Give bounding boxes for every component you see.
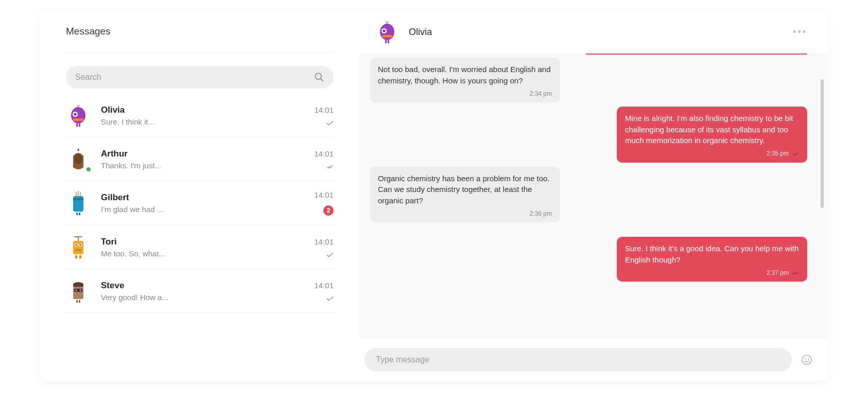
contact-item-arthur[interactable]: Arthur Thanks. I'm just... 14:01 <box>66 137 334 181</box>
contact-preview: Very good! How a... <box>101 293 314 302</box>
message-text: Organic chemistry has been a problem for… <box>378 173 552 206</box>
double-check-icon <box>326 164 334 169</box>
chat-header-name: Olivia <box>409 27 793 38</box>
message-time: 2:34 pm <box>378 90 552 98</box>
message-in: Organic chemistry has been a problem for… <box>370 167 560 223</box>
contact-item-steve[interactable]: Steve Very good! How a... 14:01 <box>66 269 334 313</box>
svg-rect-14 <box>76 213 78 215</box>
svg-rect-35 <box>382 35 392 38</box>
contact-preview: Thanks. I'm just... <box>101 161 314 170</box>
svg-rect-24 <box>75 255 77 258</box>
sidebar: Messages Olivia Sure. I think it... 14:0… <box>40 10 359 381</box>
contact-meta: 14:01 2 <box>314 190 334 216</box>
svg-rect-37 <box>388 40 389 43</box>
avatar <box>66 278 91 303</box>
message-time: 2:36 pm <box>378 210 552 218</box>
sidebar-title: Messages <box>66 26 334 53</box>
contact-item-tori[interactable]: Tori Me too. So, what... 14:01 <box>66 225 334 269</box>
svg-rect-27 <box>74 289 82 292</box>
svg-rect-25 <box>79 255 81 258</box>
svg-rect-6 <box>76 124 78 127</box>
svg-point-34 <box>383 30 386 32</box>
contact-name: Gilbert <box>101 193 314 203</box>
message-input[interactable] <box>364 348 792 372</box>
avatar <box>66 103 91 128</box>
more-icon[interactable]: ••• <box>793 27 812 38</box>
message-out: Mine is alright. I'm also finding chemis… <box>617 107 807 163</box>
messages-area[interactable]: Not too bad, overall. I'm worried about … <box>359 54 828 339</box>
contact-item-gilbert[interactable]: Gilbert I'm glad we had ... 14:01 2 <box>66 181 334 225</box>
contact-preview: Sure. I think it... <box>101 117 314 126</box>
svg-line-1 <box>321 79 323 81</box>
svg-rect-7 <box>79 124 80 127</box>
message-time: 2:37 pm <box>625 269 799 277</box>
contact-info: Arthur Thanks. I'm just... <box>101 149 314 170</box>
chat-header: Olivia ••• <box>359 10 828 54</box>
avatar <box>66 235 91 259</box>
svg-point-28 <box>76 290 77 291</box>
svg-point-8 <box>74 154 82 164</box>
contact-time: 14:01 <box>314 237 334 246</box>
avatar <box>66 191 91 216</box>
svg-point-39 <box>804 358 806 360</box>
svg-rect-13 <box>73 198 83 200</box>
avatar <box>66 147 91 171</box>
contact-name: Steve <box>101 281 314 291</box>
contact-meta: 14:01 <box>314 106 334 126</box>
svg-point-38 <box>802 355 811 364</box>
search-input[interactable] <box>75 73 314 82</box>
svg-point-40 <box>808 358 809 360</box>
double-check-icon <box>792 270 799 275</box>
contact-time: 14:01 <box>314 149 334 158</box>
message-input-row <box>359 339 828 381</box>
message-text: Not too bad, overall. I'm worried about … <box>378 64 552 86</box>
svg-point-4 <box>74 113 77 116</box>
contact-info: Gilbert I'm glad we had ... <box>101 193 314 214</box>
contact-time: 14:01 <box>314 190 334 199</box>
check-icon <box>326 252 334 257</box>
check-icon <box>326 120 334 126</box>
svg-rect-5 <box>73 118 83 121</box>
svg-point-21 <box>76 245 77 246</box>
contact-meta: 14:01 <box>314 149 334 169</box>
contact-info: Steve Very good! How a... <box>101 281 314 302</box>
svg-point-29 <box>80 290 81 291</box>
svg-rect-15 <box>79 213 80 215</box>
chat-panel: Olivia ••• Not too bad, overall. I'm wor… <box>359 10 828 381</box>
svg-point-22 <box>80 245 81 246</box>
contact-name: Tori <box>101 237 314 247</box>
contact-info: Olivia Sure. I think it... <box>101 105 314 126</box>
contact-name: Arthur <box>101 149 314 159</box>
svg-rect-23 <box>75 249 81 251</box>
chat-header-avatar <box>375 20 400 44</box>
double-check-icon <box>792 151 799 156</box>
contact-time: 14:01 <box>314 106 334 114</box>
message-text: Sure. I think it's a good idea. Can you … <box>625 243 799 266</box>
scrollbar[interactable] <box>821 79 824 208</box>
svg-rect-30 <box>76 300 78 303</box>
message-out: Sure. I think it's a good idea. Can you … <box>617 237 807 282</box>
contact-time: 14:01 <box>314 281 334 290</box>
contact-meta: 14:01 <box>314 237 334 257</box>
contact-name: Olivia <box>101 105 314 115</box>
emoji-icon[interactable] <box>801 354 812 365</box>
message-text: Mine is alright. I'm also finding chemis… <box>625 113 799 146</box>
message-in: Not too bad, overall. I'm worried about … <box>370 58 560 102</box>
search-icon <box>314 72 324 82</box>
contact-preview: I'm glad we had ... <box>101 205 314 214</box>
svg-rect-36 <box>385 40 387 43</box>
contact-info: Tori Me too. So, what... <box>101 237 314 258</box>
unread-badge: 2 <box>323 205 334 216</box>
new-message-divider <box>586 54 807 55</box>
contact-item-olivia[interactable]: Olivia Sure. I think it... 14:01 <box>66 94 334 137</box>
app-container: Messages Olivia Sure. I think it... 14:0… <box>40 10 828 381</box>
check-icon <box>326 296 334 301</box>
svg-rect-18 <box>73 241 83 254</box>
contacts-list: Olivia Sure. I think it... 14:01 Arthur … <box>66 94 334 381</box>
online-dot <box>85 166 92 172</box>
message-time: 2:35 pm <box>625 149 799 158</box>
search-box[interactable] <box>66 66 334 89</box>
contact-meta: 14:01 <box>314 281 334 301</box>
svg-rect-31 <box>79 300 80 303</box>
contact-preview: Me too. So, what... <box>101 249 314 258</box>
